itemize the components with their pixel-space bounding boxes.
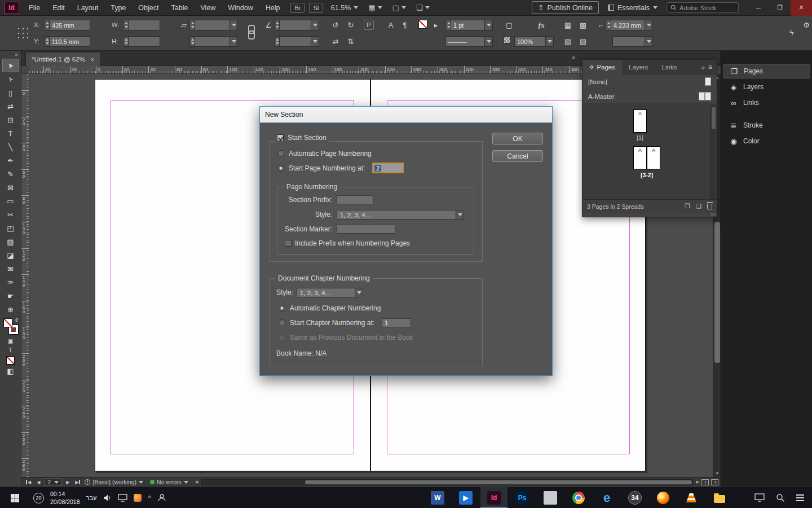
bridge-button[interactable]: Br — [290, 3, 304, 13]
opacity-field[interactable]: 100% — [514, 36, 554, 47]
indesign-logo[interactable]: Id — [4, 2, 19, 14]
vertical-ruler[interactable]: 02 04 06 08 01 0 01 2 01 4 01 6 01 8 02 … — [21, 74, 29, 477]
toolb ar-expand-icon[interactable]: » — [0, 51, 21, 59]
fit-content-icon[interactable]: ▧ — [562, 36, 573, 47]
dialog-title-bar[interactable]: New Section — [260, 107, 552, 123]
stepper-icon[interactable] — [275, 20, 280, 30]
corner-style-field[interactable] — [612, 36, 653, 47]
new-window-icon[interactable] — [711, 479, 718, 485]
settings-gear-icon[interactable]: ⚙ — [801, 20, 812, 30]
publish-online-button[interactable]: ↥ Publish Online — [532, 1, 599, 14]
reference-point-proxy[interactable] — [16, 26, 28, 38]
project-display-icon[interactable] — [754, 493, 765, 502]
spread-right-thumbnail[interactable]: A — [647, 146, 660, 169]
restore-button[interactable]: ❐ — [769, 0, 791, 16]
edit-spread-icon[interactable]: ❐ — [685, 203, 690, 210]
w-field[interactable] — [123, 20, 160, 30]
stepper-icon[interactable] — [123, 37, 129, 46]
menu-view[interactable]: View — [194, 0, 222, 16]
page-1-thumbnail[interactable]: A — [633, 110, 647, 133]
gap-tool[interactable]: ⇄ — [2, 99, 19, 113]
view-options-dropdown[interactable]: ▦ — [368, 3, 382, 12]
scale-y-field[interactable] — [189, 36, 238, 47]
flip-vertical-icon[interactable]: ⇅ — [345, 36, 356, 47]
dropdown-arrow-icon[interactable] — [139, 481, 143, 484]
rotate-ccw-icon[interactable]: ↺ — [330, 20, 341, 30]
baseline-grid-icon[interactable]: ▩ — [577, 20, 589, 30]
spread-left-thumbnail[interactable]: A — [633, 146, 647, 169]
cancel-button[interactable]: Cancel — [492, 150, 543, 162]
master-row-a-master[interactable]: A-Master — [582, 89, 717, 104]
gray-app-taskbar-button[interactable] — [537, 487, 564, 508]
badge-34-taskbar-button[interactable]: 34 — [621, 487, 648, 508]
stepper-icon[interactable] — [446, 20, 451, 30]
spread-label-selected[interactable]: [3-2] — [630, 172, 664, 178]
close-button[interactable]: ✕ — [791, 0, 812, 16]
menu-layout[interactable]: Layout — [71, 0, 105, 16]
indesign-taskbar-button[interactable]: Id — [480, 487, 508, 508]
chrome-taskbar-button[interactable] — [565, 487, 592, 508]
menu-table[interactable]: Table — [165, 0, 194, 16]
tab-close-icon[interactable]: ✕ — [90, 56, 95, 63]
dock-item-layers[interactable]: ◈Layers — [723, 80, 810, 94]
media-app-taskbar-button[interactable]: ▶ — [452, 487, 479, 508]
content-collector-tool[interactable]: ⊟ — [2, 113, 19, 126]
scissors-tool[interactable]: ✂ — [2, 208, 19, 221]
line-tool[interactable]: ╲ — [2, 140, 19, 154]
start-page-numbering-radio[interactable] — [277, 165, 284, 172]
chapter-style-dropdown[interactable]: 1, 2, 3, 4... — [297, 288, 363, 297]
rotation-angle-field[interactable] — [274, 36, 319, 47]
vlc-taskbar-button[interactable] — [678, 487, 705, 508]
task-view-icon[interactable] — [796, 497, 804, 498]
pencil-tool[interactable]: ✎ — [2, 167, 19, 181]
start-chapter-numbering-radio[interactable] — [279, 319, 285, 326]
pages-panel-scrollbar[interactable] — [710, 104, 716, 199]
photoshop-taskbar-button[interactable]: Ps — [509, 487, 536, 508]
workspace-switcher[interactable]: Essentials — [608, 4, 657, 12]
shear-icon[interactable]: ∠ — [263, 20, 274, 30]
previous-page-button[interactable]: ◀ — [35, 480, 42, 485]
zoom-level-dropdown[interactable]: 61.5% — [331, 4, 358, 12]
tab-overflow-icon[interactable]: » — [572, 54, 575, 60]
taskbar-search-icon[interactable] — [776, 493, 785, 502]
gradient-feather-tool[interactable]: ◪ — [2, 248, 19, 262]
stepper-icon[interactable] — [190, 20, 195, 30]
stroke-style-field[interactable]: ——— — [445, 36, 493, 47]
panel-menu-icon[interactable]: ≡ — [707, 63, 717, 71]
automatic-page-numbering-radio[interactable] — [277, 150, 284, 157]
menu-help[interactable]: Help — [259, 0, 286, 16]
dock-item-stroke[interactable]: ≣Stroke — [723, 118, 810, 133]
panel-tab-links[interactable]: Links — [655, 60, 684, 75]
note-tool[interactable]: ✉ — [2, 262, 19, 275]
section-prefix-input[interactable] — [337, 195, 373, 204]
fill-swatch[interactable] — [3, 318, 12, 327]
apply-none-icon[interactable] — [6, 356, 15, 365]
adobe-stock-search-input[interactable]: Adobe Stock — [667, 2, 739, 13]
menu-window[interactable]: Window — [222, 0, 259, 16]
stepper-icon[interactable] — [606, 20, 611, 30]
selection-tool[interactable]: ➤ — [2, 59, 19, 72]
word-taskbar-button[interactable]: W — [424, 487, 451, 508]
corner-options-icon[interactable]: ⌐ — [595, 20, 607, 30]
scroll-left-icon[interactable]: ◀ — [195, 480, 198, 484]
dropdown-arrow-icon[interactable] — [645, 37, 652, 46]
next-page-button[interactable]: ▶ — [64, 480, 71, 485]
stepper-icon[interactable] — [190, 37, 195, 46]
paragraph-formatting-icon[interactable]: ¶ — [399, 20, 411, 30]
scale-icon[interactable]: ▱ — [178, 20, 189, 30]
dropdown-arrow-icon[interactable] — [184, 481, 188, 484]
ruler-origin-box[interactable] — [21, 66, 29, 74]
screen-mode-icon[interactable]: ◧ — [2, 366, 19, 375]
rectangle-tool[interactable]: ▭ — [2, 194, 19, 208]
folder-taskbar-button[interactable] — [706, 487, 733, 508]
effects-target-icon[interactable]: ▢ — [504, 20, 515, 30]
new-page-icon[interactable]: ❏ — [696, 203, 701, 210]
first-page-button[interactable]: ◀ — [24, 480, 33, 485]
dropdown-arrow-icon[interactable] — [311, 20, 319, 30]
quick-apply-icon[interactable]: ϟ — [786, 27, 797, 38]
panel-resize-grip[interactable] — [711, 213, 716, 216]
dropdown-arrow-icon[interactable] — [484, 37, 492, 46]
zoom-tool[interactable]: ⊕ — [2, 303, 19, 316]
stroke-flyout-icon[interactable]: ▸ — [430, 20, 442, 30]
scroll-down-icon[interactable]: ▼ — [713, 470, 721, 477]
